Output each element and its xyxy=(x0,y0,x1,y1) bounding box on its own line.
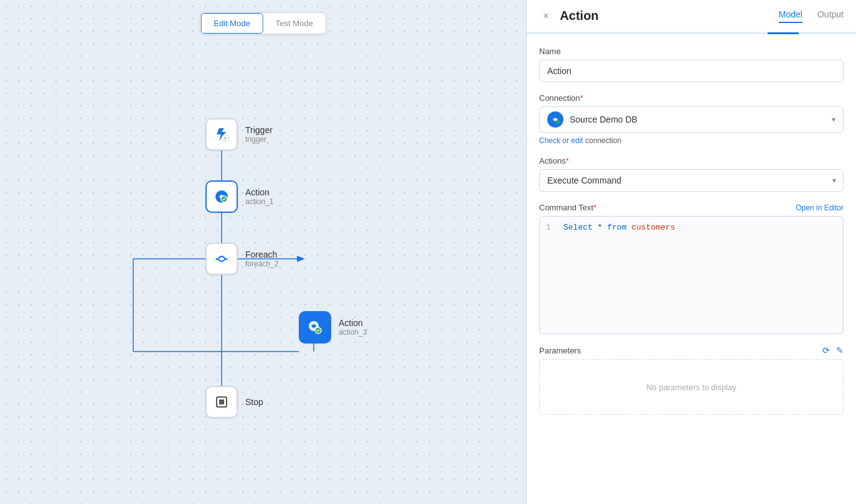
stop-node[interactable]: Stop xyxy=(205,386,263,418)
check-edit-anchor[interactable]: Check or edit xyxy=(539,136,583,145)
name-input[interactable] xyxy=(539,60,844,82)
connection-name: Source Demo DB xyxy=(570,114,832,124)
open-editor-link[interactable]: Open in Editor xyxy=(796,203,844,212)
svg-rect-18 xyxy=(219,399,224,404)
check-edit-link: Check or edit connection xyxy=(539,136,844,145)
name-form-group: Name xyxy=(539,47,844,82)
tab-model[interactable]: Model xyxy=(779,9,802,23)
connection-form-group: Connection* Source Demo DB ▾ Check or ed… xyxy=(539,93,844,145)
trigger-node-box[interactable] xyxy=(205,118,238,151)
mode-switcher: Edit Mode Test Mode xyxy=(200,12,326,34)
action1-node[interactable]: Action action_1 xyxy=(205,180,273,213)
close-button[interactable]: × xyxy=(539,9,552,23)
connection-chevron-icon: ▾ xyxy=(832,115,835,124)
command-text-header: Command Text* Open in Editor xyxy=(539,203,844,212)
svg-marker-13 xyxy=(215,258,218,260)
actions-select-wrapper: Execute Command ▾ xyxy=(539,169,844,192)
command-text-label: Command Text* xyxy=(539,203,596,212)
param-icons: ⟳ ✎ xyxy=(822,345,844,355)
trigger-node[interactable]: Trigger trigger xyxy=(205,118,273,151)
action3-node[interactable]: Action action_3 xyxy=(299,311,367,343)
trigger-name: Trigger xyxy=(245,125,273,135)
svg-marker-14 xyxy=(225,258,228,260)
code-editor[interactable]: 1 Select * from customers xyxy=(539,216,844,334)
parameters-label: Parameters xyxy=(539,346,581,355)
no-params-text: No parameters to display xyxy=(646,383,736,392)
right-panel: × Action Model Output Name Connection* xyxy=(526,0,856,504)
action3-name: Action xyxy=(339,318,367,328)
panel-tabs: Model Output xyxy=(779,9,844,23)
action1-node-label: Action action_1 xyxy=(245,187,273,206)
action1-node-box[interactable] xyxy=(205,180,238,213)
line-number: 1 xyxy=(546,223,556,232)
stop-node-label: Stop xyxy=(245,397,263,407)
foreach-node-box[interactable] xyxy=(205,243,238,275)
command-text-form-group: Command Text* Open in Editor 1 Select * … xyxy=(539,203,844,334)
refresh-params-button[interactable]: ⟳ xyxy=(822,345,830,355)
panel-body: Name Connection* Source Demo DB ▾ xyxy=(527,34,856,427)
test-mode-button[interactable]: Test Mode xyxy=(263,13,326,34)
panel-title: Action xyxy=(560,9,771,23)
foreach-node[interactable]: Foreach foreach_2 xyxy=(205,243,278,275)
actions-form-group: Actions* Execute Command ▾ xyxy=(539,156,844,192)
action1-name: Action xyxy=(245,187,273,197)
edit-mode-button[interactable]: Edit Mode xyxy=(200,13,263,34)
foreach-node-label: Foreach foreach_2 xyxy=(245,250,278,268)
trigger-node-label: Trigger trigger xyxy=(245,125,273,144)
tab-output[interactable]: Output xyxy=(817,9,844,23)
actions-select[interactable]: Execute Command xyxy=(539,169,844,192)
foreach-sub: foreach_2 xyxy=(245,259,278,268)
code-content: Select * from customers xyxy=(563,223,675,232)
svg-marker-6 xyxy=(297,256,305,262)
code-line-1: 1 Select * from customers xyxy=(546,223,837,232)
foreach-name: Foreach xyxy=(245,250,278,259)
actions-label: Actions* xyxy=(539,156,844,166)
edit-params-button[interactable]: ✎ xyxy=(836,345,844,355)
name-label: Name xyxy=(539,47,844,56)
action3-node-box[interactable] xyxy=(299,311,331,343)
svg-point-9 xyxy=(222,134,229,142)
parameters-header: Parameters ⟳ ✎ xyxy=(539,345,844,355)
stop-name: Stop xyxy=(245,397,263,407)
action1-sub: action_1 xyxy=(245,197,273,206)
parameters-box: No parameters to display xyxy=(539,359,844,415)
svg-point-10 xyxy=(225,139,226,140)
parameters-form-group: Parameters ⟳ ✎ No parameters to display xyxy=(539,345,844,415)
canvas-area: Edit Mode Test Mode xyxy=(0,0,526,504)
connection-select[interactable]: Source Demo DB ▾ xyxy=(539,106,844,133)
action3-sub: action_3 xyxy=(339,328,367,337)
connection-label: Connection* xyxy=(539,93,844,103)
panel-header: × Action Model Output xyxy=(527,0,856,32)
action3-node-label: Action action_3 xyxy=(339,318,367,337)
trigger-sub: trigger xyxy=(245,135,273,144)
svg-point-20 xyxy=(556,120,560,124)
connection-icon xyxy=(547,111,563,128)
flow-diagram: Trigger trigger Action action_1 xyxy=(0,44,498,479)
stop-node-box[interactable] xyxy=(205,386,238,418)
